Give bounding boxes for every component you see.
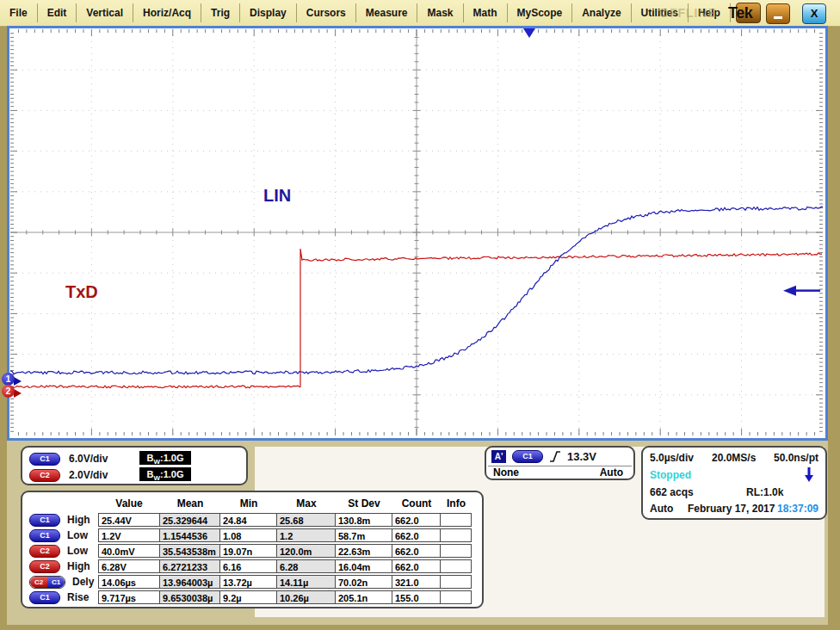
column-header-info: Info (441, 496, 472, 511)
measurement-name: Dely (72, 576, 94, 588)
trigger-summary-row: A' C1 13.3V (491, 450, 596, 463)
measurement-cell-info (441, 559, 472, 573)
plot-svg (10, 29, 823, 435)
trigger-level-arrow[interactable] (783, 286, 820, 296)
column-header-max: Max (277, 496, 336, 511)
measurement-cell-st-dev: 58.7m (336, 528, 392, 542)
trigger-mode-label: Auto (600, 466, 623, 479)
ch2-marker-arrow-icon (14, 389, 22, 398)
channels-box[interactable]: C1 6.0V/div BW:1.0G C2 2.0V/div BW:1.0G (21, 446, 248, 485)
measurement-cell-count: 662.0 (392, 544, 441, 558)
measurement-cell-max: 10.26µ (277, 590, 336, 604)
column-header-blank (26, 496, 98, 511)
measurement-cell-value: 14.06µs (98, 575, 160, 589)
measurement-cell-min: 1.08 (220, 528, 277, 542)
menu-item-math[interactable]: Math (464, 3, 508, 22)
trigger-level-value: 13.3V (567, 450, 596, 463)
lin-trace-label: LIN (263, 186, 291, 206)
menu-item-myscope[interactable]: MyScope (508, 3, 573, 22)
measurement-cell-st-dev: 70.02n (336, 575, 392, 589)
measurement-cell-max: 6.28 (277, 559, 336, 573)
measurement-cell-info (441, 575, 472, 589)
ch1-marker-arrow-icon (14, 377, 22, 386)
trigger-source-badge: C1 (512, 450, 543, 463)
measurement-cell-min: 9.2µ (220, 590, 277, 604)
menu-item-vertical[interactable]: Vertical (77, 3, 133, 22)
channel-badge-c1: C1 (29, 529, 60, 542)
control-readout-panel: C1 6.0V/div BW:1.0G C2 2.0V/div BW:1.0G … (7, 441, 828, 625)
menu-item-horiz-acq[interactable]: Horiz/Acq (133, 3, 201, 22)
menu-item-cursors[interactable]: Cursors (297, 3, 356, 22)
measurement-row-high[interactable]: C1High25.44V25.32964424.8425.68130.8m662… (26, 513, 472, 527)
measurements-box[interactable]: ValueMeanMinMaxSt DevCountInfo C1High25.… (21, 491, 484, 608)
minimize-button[interactable] (766, 3, 790, 24)
timebase-box[interactable]: 5.0µs/div 20.0MS/s 50.0ns/pt Stopped 662… (641, 446, 827, 520)
channel-badge-c1: C1 (29, 514, 60, 527)
measurement-cell-value: 9.717µs (98, 590, 160, 604)
measurement-cell-value: 25.44V (98, 513, 160, 527)
column-header-count: Count (392, 496, 441, 511)
down-arrow-icon (805, 467, 813, 482)
measurement-name: Low (67, 529, 88, 541)
measurements-header-row: ValueMeanMinMaxSt DevCountInfo (26, 496, 472, 511)
menu-item-file[interactable]: File (0, 3, 38, 22)
measurement-cell-info (441, 544, 472, 558)
menu-item-display[interactable]: Display (240, 3, 297, 22)
ch1-bandwidth-badge: BW:1.0G (139, 451, 191, 465)
measurement-cell-info (441, 513, 472, 527)
measurement-cell-mean: 35.543538m (160, 544, 220, 558)
measurement-row-dely[interactable]: C2C1Dely14.06µs13.964003µ13.72µ14.11µ70.… (26, 575, 472, 589)
measurement-cell-mean: 1.1544536 (160, 528, 220, 542)
measurement-row-rise[interactable]: C1Rise9.717µs9.6530038µ9.2µ10.26µ205.1n1… (26, 590, 472, 604)
acquisition-status: Stopped (650, 469, 691, 481)
channel-badge-c2: C2 (29, 560, 60, 573)
trigger-position-marker[interactable] (523, 28, 535, 38)
menu-item-analyze[interactable]: Analyze (572, 3, 631, 22)
menu-item-measure[interactable]: Measure (356, 3, 418, 22)
ch1-badge: C1 (29, 453, 60, 466)
measurement-row-low[interactable]: C2Low40.0mV35.543538m19.07n120.0m22.63m6… (26, 544, 472, 558)
measurement-row-high[interactable]: C2High6.28V6.27212336.166.2816.04m662.0 (26, 559, 472, 573)
measurement-cell-count: 662.0 (392, 513, 441, 527)
measurement-cell-count: 155.0 (392, 590, 441, 604)
menu-item-trig[interactable]: Trig (201, 3, 240, 22)
measurement-cell-max: 14.11µ (277, 575, 336, 589)
measurement-name: Low (67, 545, 88, 557)
channel-badge-c2: C2 (29, 545, 60, 558)
oscilloscope-screen: FileEditVerticalHoriz/AcqTrigDisplayCurs… (0, 0, 840, 630)
trigger-box[interactable]: A' C1 13.3V None Auto (485, 446, 635, 480)
txd-trace-label: TxD (65, 282, 98, 302)
measurement-label-cell: C2High (26, 559, 98, 573)
measurement-cell-min: 6.16 (220, 559, 277, 573)
measurement-cell-st-dev: 130.8m (336, 513, 392, 527)
clock-text: 18:37:09 (777, 503, 818, 515)
rising-edge-icon (549, 450, 561, 463)
ch2-scale: 2.0V/div (69, 469, 108, 481)
measurement-label-cell: C2Low (26, 544, 98, 558)
measurement-cell-value: 6.28V (98, 559, 160, 573)
measurement-name: Rise (67, 591, 89, 603)
measurement-label-cell: C1Low (26, 528, 98, 542)
measurement-cell-mean: 6.2721233 (160, 559, 220, 573)
measurement-cell-info (441, 528, 472, 542)
measurement-cell-count: 662.0 (392, 559, 441, 573)
trigger-coupling-label: None (493, 466, 519, 479)
measurements-table: ValueMeanMinMaxSt DevCountInfo C1High25.… (26, 496, 472, 604)
trigger-a-badge: A' (491, 450, 506, 463)
measurement-cell-count: 321.0 (392, 575, 441, 589)
sample-rate: 20.0MS/s (712, 452, 756, 464)
menu-item-edit[interactable]: Edit (38, 3, 77, 22)
close-button[interactable]: X (802, 3, 826, 24)
measurement-cell-max: 120.0m (277, 544, 336, 558)
menu-item-mask[interactable]: Mask (417, 3, 463, 22)
measurement-cell-mean: 9.6530038µ (160, 590, 220, 604)
ch1-ground-marker[interactable]: 1 (2, 373, 15, 386)
measurement-row-low[interactable]: C1Low1.2V1.15445361.081.258.7m662.0 (26, 528, 472, 542)
offline-watermark: OFFLINE (659, 6, 717, 20)
trigger-mode: Auto (650, 503, 673, 515)
measurement-name: High (67, 514, 90, 526)
ch2-ground-marker[interactable]: 2 (2, 385, 15, 398)
ch2-scale-row[interactable]: C2 2.0V/div (29, 468, 108, 482)
ch1-scale-row[interactable]: C1 6.0V/div (29, 452, 108, 466)
measurement-cell-st-dev: 22.63m (336, 544, 392, 558)
